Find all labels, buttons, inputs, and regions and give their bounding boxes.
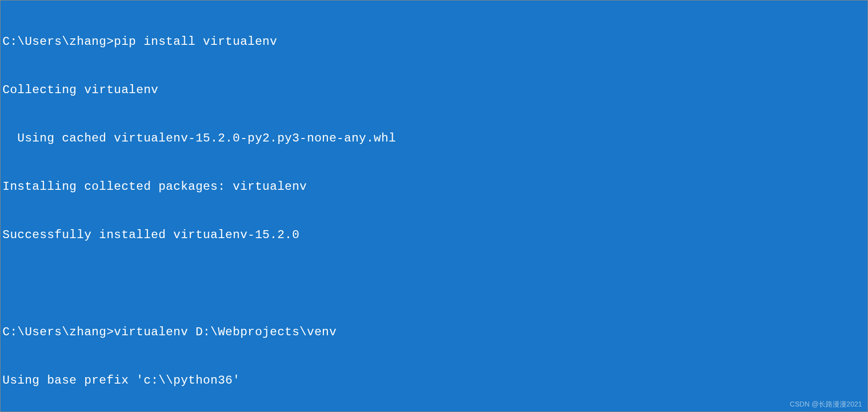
terminal-line: C:\Users\zhang>pip install virtualenv [2,34,866,50]
terminal-line: C:\Users\zhang>virtualenv D:\Webprojects… [2,324,866,340]
terminal-line [2,276,866,292]
terminal-output[interactable]: C:\Users\zhang>pip install virtualenv Co… [2,1,866,412]
terminal-line: Using base prefix 'c:\\python36' [2,373,866,389]
terminal-line: Collecting virtualenv [2,82,866,98]
terminal-line: Using cached virtualenv-15.2.0-py2.py3-n… [2,131,866,146]
terminal-line: Installing collected packages: virtualen… [2,179,866,195]
terminal-line: Successfully installed virtualenv-15.2.0 [2,227,866,243]
watermark-text: CSDN @长路漫漫2021 [790,400,862,409]
